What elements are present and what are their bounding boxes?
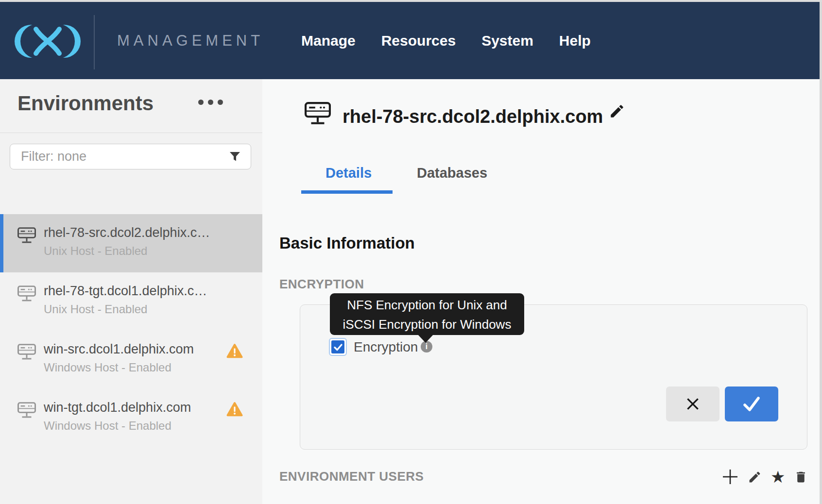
encryption-checkbox-label: Encryption <box>354 339 418 355</box>
environment-list-item[interactable]: win-src.dcol1.delphix.com Windows Host -… <box>0 331 262 389</box>
warning-icon <box>226 343 243 359</box>
environment-filter-input[interactable] <box>10 144 251 169</box>
page-title: rhel-78-src.dcol2.delphix.com <box>342 105 603 128</box>
selected-indicator-bar <box>0 214 3 272</box>
filter-field <box>10 144 251 169</box>
tab-databases[interactable]: Databases <box>417 165 487 181</box>
edit-user-button[interactable] <box>748 470 762 484</box>
environment-users-actions: ★ <box>721 466 808 487</box>
environment-status: Unix Host - Enabled <box>44 302 207 316</box>
plus-icon <box>721 468 739 486</box>
encryption-group-label: ENCRYPTION <box>279 277 364 292</box>
confirm-button[interactable] <box>725 386 778 421</box>
environment-name: rhel-78-tgt.dcol1.delphix.c… <box>44 283 207 299</box>
environment-info: win-tgt.dcol1.delphix.com Windows Host -… <box>44 400 191 433</box>
host-icon <box>17 402 36 419</box>
tooltip-line-2: iSCSI Encryption for Windows <box>330 315 524 334</box>
encryption-checkbox[interactable] <box>329 338 347 356</box>
trash-icon <box>794 470 808 484</box>
environment-info: rhel-78-tgt.dcol1.delphix.c… Unix Host -… <box>44 283 207 316</box>
nav-item-resources[interactable]: Resources <box>381 33 456 49</box>
window-top-strip <box>0 0 822 2</box>
environment-list-item[interactable]: rhel-78-tgt.dcol1.delphix.c… Unix Host -… <box>0 272 262 331</box>
delete-user-button[interactable] <box>794 470 808 484</box>
environment-users-label: ENVIRONMENT USERS <box>279 469 424 484</box>
environment-list-item[interactable]: win-tgt.dcol1.delphix.com Windows Host -… <box>0 389 262 447</box>
brand-divider <box>94 15 95 69</box>
check-icon <box>740 394 763 414</box>
environment-status: Windows Host - Enabled <box>44 419 191 433</box>
tooltip-caret <box>418 335 433 343</box>
cancel-button[interactable] <box>666 386 719 421</box>
product-label: MANAGEMENT <box>117 2 264 79</box>
sidebar-divider <box>0 133 262 133</box>
checkbox-checkmark-icon <box>331 340 344 353</box>
nav-item-manage[interactable]: Manage <box>301 33 356 49</box>
environment-status: Unix Host - Enabled <box>44 244 210 258</box>
active-tab-underline <box>301 190 393 194</box>
environment-name: win-tgt.dcol1.delphix.com <box>44 400 191 415</box>
delphix-logo-icon[interactable] <box>14 19 82 63</box>
environment-name: rhel-78-src.dcol2.delphix.c… <box>44 225 210 240</box>
ellipsis-menu-icon[interactable] <box>198 100 223 105</box>
primary-nav: Manage Resources System Help <box>301 2 591 79</box>
top-navbar: MANAGEMENT Manage Resources System Help <box>0 2 822 79</box>
host-icon <box>17 227 36 244</box>
primary-user-button[interactable]: ★ <box>771 469 785 485</box>
host-icon <box>17 286 36 302</box>
filter-funnel-icon <box>229 151 240 163</box>
sidebar-title: Environments <box>17 92 154 115</box>
star-icon: ★ <box>771 469 785 485</box>
host-icon <box>305 102 331 125</box>
nav-item-help[interactable]: Help <box>559 33 591 49</box>
page-scrollbar[interactable] <box>820 0 822 504</box>
environment-status: Windows Host - Enabled <box>44 361 194 374</box>
environment-name: win-src.dcol1.delphix.com <box>44 341 194 357</box>
host-icon <box>17 344 36 360</box>
tab-details[interactable]: Details <box>325 165 372 181</box>
encryption-tooltip: NFS Encryption for Unix and iSCSI Encryp… <box>330 293 524 335</box>
delphix-management-app: MANAGEMENT Manage Resources System Help … <box>0 0 822 504</box>
pencil-icon <box>748 470 762 484</box>
section-heading-basic-information: Basic Information <box>279 234 415 252</box>
tooltip-line-1: NFS Encryption for Unix and <box>330 295 524 315</box>
environment-detail-panel: rhel-78-src.dcol2.delphix.com Details Da… <box>262 79 822 504</box>
edit-pencil-icon[interactable] <box>609 103 625 119</box>
close-icon <box>684 395 702 413</box>
warning-icon <box>226 402 243 417</box>
environments-sidebar: Environments rhel-78-src.dcol2.delph <box>0 79 262 504</box>
environment-list-item[interactable]: rhel-78-src.dcol2.delphix.c… Unix Host -… <box>0 214 262 272</box>
nav-item-system[interactable]: System <box>481 33 533 49</box>
environment-info: rhel-78-src.dcol2.delphix.c… Unix Host -… <box>44 225 210 258</box>
environment-info: win-src.dcol1.delphix.com Windows Host -… <box>44 341 194 374</box>
add-user-button[interactable] <box>721 468 739 486</box>
